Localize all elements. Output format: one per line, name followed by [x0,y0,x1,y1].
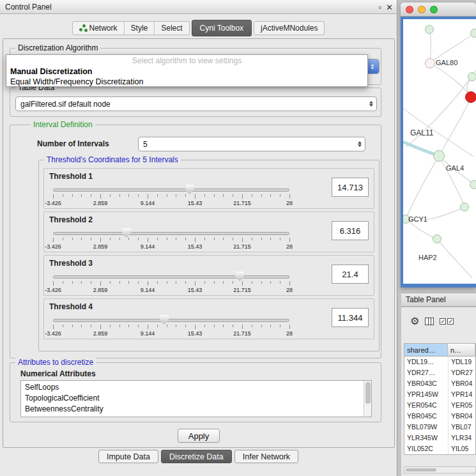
threshold-row: Threshold 2-3.4262.8599.14415.4321.71528… [43,211,374,252]
dropdown-option[interactable]: Manual Discretization [6,66,367,77]
threshold-slider[interactable]: -3.4262.8599.14415.4321.71528 [53,184,289,208]
tick-mark [72,238,73,240]
slider-scale-labels: -3.4262.8599.14415.4321.71528 [53,200,289,207]
columns-icon[interactable] [425,318,434,325]
table-row[interactable]: YLR345WYLR34 [404,433,475,443]
list-item[interactable]: TopologicalCoefficient [25,393,371,404]
close-window-icon[interactable]: ✕ [386,3,393,12]
table-data-combo[interactable]: galFiltered.sif default node [15,96,377,111]
slider-thumb-icon[interactable] [160,315,169,325]
network-canvas[interactable]: GAL80GAL4GCY1GAL11HAP2 [403,19,476,284]
slider-thumb-icon[interactable] [235,272,244,281]
scale-label: 9.144 [141,200,155,206]
apply-button[interactable]: Apply [178,429,220,443]
tick-mark [289,194,290,199]
table-row[interactable]: YBR043CYBR04 [404,378,475,389]
table-horizontal-scrollbar[interactable] [404,466,476,473]
network-node[interactable] [470,180,476,189]
table-row[interactable]: YDL19…YDL19 [404,357,475,367]
minimize-traffic-light-icon[interactable] [418,6,426,13]
tick-mark [157,194,158,197]
number-of-intervals-combo[interactable]: 5 [138,137,365,151]
slider-track[interactable] [53,232,289,235]
tick-mark [242,238,243,242]
slider-track[interactable] [53,188,289,192]
gear-icon[interactable]: ⚙ [410,316,419,326]
bottom-tab-infer-network[interactable]: Infer Network [234,450,298,463]
attributes-group-label: Attributes to discretize [15,358,96,367]
node-attribute-table: shared…n… YDL19…YDL19YDR27…YDR27YBR043CY… [404,343,476,455]
threshold-slider[interactable]: -3.4262.8599.14415.4321.71528 [53,227,289,252]
scale-label: 2.859 [93,243,108,250]
float-window-icon[interactable]: ▫ [378,3,381,12]
network-node[interactable] [470,29,476,38]
slider-thumb-icon[interactable] [185,185,194,194]
bottom-tab-discretize-data[interactable]: Discretize Data [161,450,232,463]
slider-thumb-icon[interactable] [122,228,131,238]
zoom-traffic-light-icon[interactable] [430,6,438,13]
threshold-label: Threshold 1 [49,172,93,181]
checkbox-checked-icon[interactable]: ✓ [440,318,446,325]
tick-mark [223,325,224,327]
table-cell: YPR145W [404,389,448,400]
node-label: GCY1 [408,215,427,223]
slider-track[interactable] [53,319,289,322]
table-row[interactable]: YER054CYER05 [404,400,475,411]
scrollbar-thumb[interactable] [365,382,371,404]
threshold-value-box[interactable]: 21.4 [332,265,369,284]
tab-style[interactable]: Style [124,22,155,35]
threshold-value-box[interactable]: 11.344 [332,308,369,327]
scale-label: 21.715 [233,287,251,293]
network-node[interactable] [433,234,441,243]
tab-cyni-toolbox[interactable]: Cyni Toolbox [192,20,252,36]
column-header[interactable]: shared… [404,344,448,357]
table-row[interactable]: YBR045CYBR04 [404,411,475,422]
table-row[interactable]: YPR145WYPR14 [404,389,475,400]
list-item[interactable]: SelfLoops [25,382,371,393]
numerical-attributes-list[interactable]: SelfLoopsTopologicalCoefficientBetweenne… [20,380,372,417]
network-node[interactable] [433,150,445,162]
table-cell: YLR345W [404,433,448,443]
tick-mark [252,238,252,240]
tab-select[interactable]: Select [154,22,188,35]
tick-mark [204,238,205,240]
tab-jactivemnodules[interactable]: jActiveMNodules [254,21,325,35]
threshold-row: Threshold 1-3.4262.8599.14415.4321.71528… [43,168,374,209]
threshold-slider[interactable]: -3.4262.8599.14415.4321.71528 [53,271,289,295]
tick-mark [72,194,73,197]
table-row[interactable]: YBL079WYBL07 [404,422,475,433]
tick-mark [289,281,290,286]
tick-mark [252,281,252,284]
column-header[interactable]: n… [448,344,475,357]
combo-arrows-icon[interactable]: ⇕ [366,59,379,73]
tick-mark [176,325,176,327]
list-item[interactable]: BetweennessCentrality [25,404,371,415]
bottom-tab-impute-data[interactable]: Impute Data [98,450,158,463]
slider-ticks [53,194,289,199]
threshold-value-box[interactable]: 6.316 [332,221,369,240]
threshold-value-box[interactable]: 14.713 [332,178,369,197]
tab-network[interactable]: Network [73,22,124,35]
tick-mark [252,325,252,327]
checkbox-checked-icon[interactable]: ✓ [447,318,454,325]
threshold-row: Threshold 3-3.4262.8599.14415.4321.71528… [43,255,374,296]
network-node[interactable] [465,91,476,103]
network-node[interactable] [425,58,435,68]
slider-track[interactable] [53,275,289,279]
table-row[interactable]: YIL052CYIL05 [404,443,475,454]
table-panel-body: ⚙ ✓ ✓ shared…n… YDL19…YDL19YDR27…YDR27YB… [401,307,476,476]
scrollbar-thumb[interactable] [406,468,436,472]
close-traffic-light-icon[interactable] [406,6,413,13]
tick-mark [119,238,120,240]
tick-mark [100,194,101,199]
network-node[interactable] [425,25,434,34]
tick-mark [128,325,129,327]
threshold-slider[interactable]: -3.4262.8599.14415.4321.71528 [53,314,289,339]
network-node[interactable] [460,203,469,211]
tick-mark [176,281,176,284]
list-scrollbar[interactable] [364,381,371,417]
dropdown-option[interactable]: Equal Width/Frequency Discretization [6,77,367,87]
network-window-frame: GAL80GAL4GCY1GAL11HAP2 [401,17,476,288]
table-row[interactable]: YDR27…YDR27 [404,367,475,378]
network-node[interactable] [468,72,476,81]
